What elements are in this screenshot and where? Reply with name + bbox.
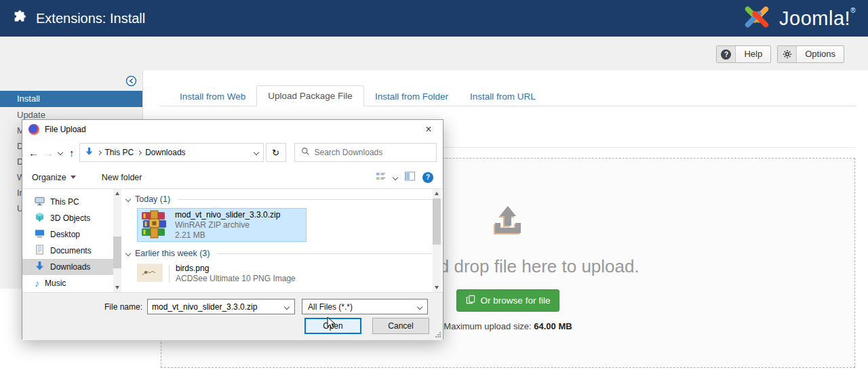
refresh-icon[interactable]: ↻ [266,143,286,162]
tree-item-documents[interactable]: Documents [22,243,113,259]
file-list-scrollbar[interactable] [433,189,441,292]
file-item-birds-png[interactable]: birds.png ACDSee Ultimate 10 PNG Image [137,264,433,284]
file-list: Today (1) [126,189,433,292]
dialog-toolbar: Organize New folder ? [22,166,443,189]
file-type: ACDSee Ultimate 10 PNG Image [176,274,296,284]
new-folder-button[interactable]: New folder [102,173,142,182]
joomla-navbar: Extensions: Install Joomla!® [0,0,868,37]
filename-combobox[interactable] [147,299,295,314]
scroll-up-icon[interactable] [435,192,439,195]
filetype-select[interactable]: All Files (*.*) [302,299,428,314]
dialog-title: File Upload [45,125,86,134]
organize-dropdown-icon [71,175,76,179]
organize-label: Organize [32,173,66,182]
toolbar-band: ? Help Options [0,37,868,70]
tree-label: Desktop [50,230,80,239]
tab-install-from-url[interactable]: Install from URL [459,87,547,106]
address-dropdown-icon[interactable] [253,150,258,155]
forward-icon: → [43,147,54,159]
filename-input[interactable] [148,302,285,312]
tab-install-from-folder[interactable]: Install from Folder [364,87,459,106]
group-label: Earlier this week (3) [135,249,210,258]
history-chevron-icon[interactable] [58,150,63,155]
download-arrow-icon [35,261,45,273]
help-label: Help [736,46,770,62]
group-collapse-icon [125,197,131,202]
breadcrumb-this-pc[interactable]: This PC [105,148,134,157]
filetype-value: All Files (*.*) [308,302,353,312]
max-upload-size: Maximum upload size: 64.00 MB [443,321,572,331]
search-input[interactable] [315,148,431,157]
scroll-down-icon[interactable] [115,286,119,289]
firefox-icon [28,124,39,135]
sidebar-item-install[interactable]: Install [0,91,142,107]
resize-grip[interactable] [435,332,441,338]
screen: Extensions: Install Joomla!® ? Help [0,0,868,372]
image-thumbnail [137,264,163,284]
options-label: Options [797,46,844,62]
help-button[interactable]: ? Help [716,45,771,63]
file-type: WinRAR ZIP archive [175,220,280,230]
document-icon [35,245,45,257]
up-icon[interactable]: ↑ [69,147,75,159]
tree-item-desktop[interactable]: Desktop [22,226,113,243]
navbar-brand: Joomla!® [741,3,856,34]
preview-pane-icon[interactable] [405,171,415,183]
breadcrumb-downloads[interactable]: Downloads [145,148,185,157]
dialog-help-icon[interactable]: ? [422,172,433,183]
file-meta: birds.png ACDSee Ultimate 10 PNG Image [176,264,296,284]
file-name: birds.png [176,264,296,274]
browse-label: Or browse for file [481,295,551,306]
scroll-down-icon[interactable] [435,286,439,289]
scroll-thumb[interactable] [113,236,121,268]
scroll-up-icon[interactable] [115,192,119,195]
help-icon: ? [717,46,736,62]
view-options-dropdown-icon[interactable] [393,174,398,180]
computer-icon [35,196,45,208]
tree-item-downloads[interactable]: Downloads [22,259,113,275]
tree-item-3d-objects[interactable]: 3D Objects [22,210,113,226]
scroll-thumb[interactable] [433,199,441,245]
downloads-folder-icon [85,147,94,158]
address-bar[interactable]: This PC Downloads [79,143,264,162]
search-icon [301,147,310,158]
tree-item-music[interactable]: ♪ Music [22,275,113,291]
group-header-today[interactable]: Today (1) [126,194,433,204]
dialog-nav-row: ← → ↑ This PC Downloads ↻ [22,139,443,166]
group-label: Today (1) [135,194,170,204]
group-header-earlier-this-week[interactable]: Earlier this week (3) [126,249,433,258]
file-item-zip-selected[interactable]: mod_vt_nivo_slider_3.3.0.zip WinRAR ZIP … [137,208,307,242]
thumb-separator [169,265,170,283]
tab-upload-package-file[interactable]: Upload Package File [256,85,364,106]
toolbar-buttons: ? Help Options [716,45,844,63]
tree-scrollbar[interactable] [113,189,121,292]
file-name: mod_vt_nivo_slider_3.3.0.zip [175,210,280,220]
dialog-titlebar[interactable]: File Upload × [22,120,443,139]
search-box[interactable] [294,143,437,162]
winrar-icon [141,210,168,241]
open-button[interactable]: Open [304,318,361,334]
file-copy-icon [466,295,475,306]
cube-icon [35,212,45,224]
options-button[interactable]: Options [777,45,844,63]
crumb-chevron-icon [137,150,142,154]
back-icon[interactable]: ← [28,147,39,159]
music-note-icon: ♪ [35,278,39,288]
sidebar-collapse-icon[interactable] [125,75,137,89]
registered-mark: ® [850,7,856,14]
browse-for-file-button[interactable]: Or browse for file [456,289,560,312]
cancel-button[interactable]: Cancel [372,318,429,334]
group-rule [178,199,433,200]
tree-label: Downloads [50,262,90,272]
group-rule [217,253,433,254]
organize-button[interactable]: Organize [32,173,76,182]
folder-tree: This PC 3D Objects Desktop Documents Dow… [22,189,113,292]
filename-dropdown-icon[interactable] [284,304,290,309]
close-icon[interactable]: × [414,120,443,139]
tree-label: Music [45,278,66,288]
tab-install-from-web[interactable]: Install from Web [169,87,256,106]
install-tabs: Install from Web Upload Package File Ins… [161,85,856,106]
tree-item-this-pc[interactable]: This PC [22,194,113,210]
view-options-icon[interactable] [376,171,386,184]
crumb-chevron-icon [96,150,101,154]
